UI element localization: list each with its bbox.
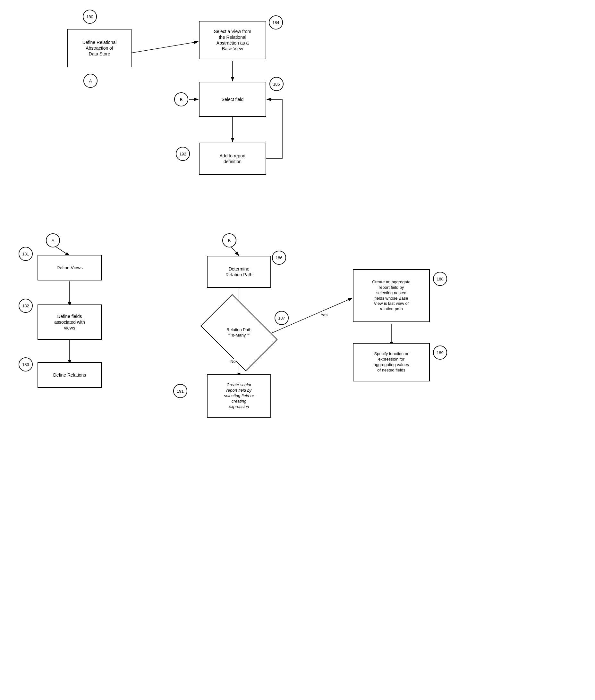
circle-183: 183 <box>19 357 33 371</box>
box-select-view: Select a View from the Relational Abstra… <box>199 21 266 59</box>
label-no: No <box>230 359 236 364</box>
box-define-relational: Define Relational Abstraction of Data St… <box>67 29 132 67</box>
circle-187: 187 <box>275 311 289 325</box>
circle-181: 181 <box>19 247 33 261</box>
circle-188: 188 <box>433 272 447 286</box>
circle-191: 191 <box>173 384 187 398</box>
diagram-container: 180 Define Relational Abstraction of Dat… <box>0 0 595 700</box>
box-specify-function: Specify function or expression for aggre… <box>353 343 430 382</box>
circle-189: 189 <box>433 345 447 360</box>
svg-line-1 <box>132 42 198 53</box>
circle-a-top: A <box>83 74 97 88</box>
box-create-scalar: Create scalar report field by selecting … <box>207 374 271 418</box>
circle-186: 186 <box>272 251 286 265</box>
box-add-report: Add to report definition <box>199 143 266 175</box>
box-select-field: Select field <box>199 82 266 117</box>
box-determine-relation: Determine Relation Path <box>207 256 271 288</box>
circle-b-top: B <box>174 92 188 106</box>
box-define-views: Define Views <box>37 255 102 280</box>
circle-a-left: A <box>46 233 60 247</box>
circle-185: 185 <box>270 77 284 91</box>
box-define-fields: Define fields associated with views <box>37 304 102 340</box>
circle-b-mid: B <box>222 233 236 247</box>
circle-180: 180 <box>83 10 97 24</box>
arrows-svg <box>0 0 595 700</box>
circle-184: 184 <box>269 16 283 29</box>
box-define-relations: Define Relations <box>37 362 102 388</box>
label-yes: Yes <box>321 312 328 317</box>
box-create-aggregate: Create an aggregate report field by sele… <box>353 269 430 322</box>
diamond-relation-path: Relation Path"To-Many?" <box>207 310 271 355</box>
circle-182: 182 <box>19 299 33 313</box>
circle-192: 192 <box>176 147 190 161</box>
